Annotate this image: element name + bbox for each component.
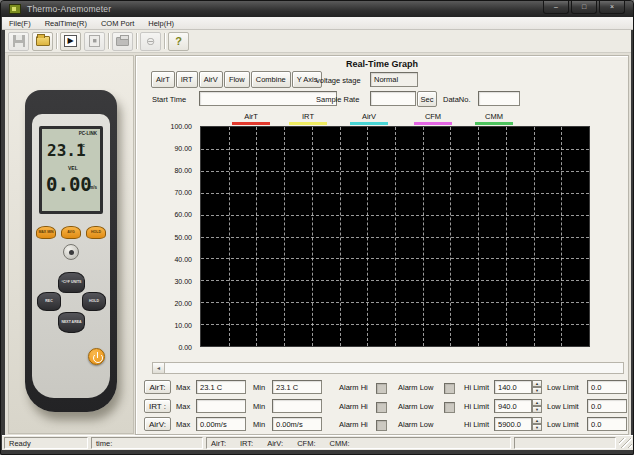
scroll-left-button[interactable]: ◄ [153,363,165,373]
close-button[interactable]: × [599,1,625,14]
legend-cfm: CFM [414,112,452,125]
graph-tab-row: AirT IRT AirV Flow Combine Y Axis [151,71,323,88]
print-button[interactable] [112,32,133,51]
airt-low-limit-field[interactable]: 0.0 [587,380,627,394]
irt-low-limit-field[interactable]: 0.0 [587,399,627,413]
data-no-label: DataNo. [443,95,471,104]
airv-min-field[interactable]: 0.00m/s [272,417,322,431]
airt-hi-limit-field[interactable]: 140.0 [494,380,532,394]
legend-irt: IRT [289,112,327,125]
device-backlight-key [63,244,79,260]
spin-up-icon[interactable]: ▲ [532,380,542,387]
toolbar-separator [56,33,57,49]
menu-realtime[interactable]: RealTime(R) [38,19,94,28]
tab-flow[interactable]: Flow [224,71,250,88]
resize-grip[interactable] [619,438,632,448]
menu-file[interactable]: File(F) [2,19,38,28]
y-tick: 100.00 [142,123,192,130]
status-fields: AirT: IRT: AirV: CFM: CMM: [206,437,511,449]
open-folder-icon [36,36,50,46]
device-function-keys: MAX MIN AVG HOLD [36,226,106,239]
alarm-hi-label: Alarm Hi [339,420,368,429]
device-face: PC-LINK 23.1 °c VEL 0.00 m/s MAX MIN AVG… [32,114,110,398]
status-ready: Ready [4,437,88,449]
sample-rate-input[interactable] [370,91,416,106]
status-airt: AirT: [211,439,226,448]
irt-min-field[interactable] [272,399,322,413]
status-filler [514,437,616,449]
sec-button[interactable]: Sec [417,91,437,107]
legend-airv: AirV [350,112,388,125]
y-tick: 80.00 [142,167,192,174]
graph-panel: Real-Time Graph AirT IRT AirV Flow Combi… [135,55,629,435]
zero-button[interactable]: ⊖ [140,32,161,51]
airv-alarm-hi-checkbox[interactable] [376,420,387,431]
maximize-button[interactable]: □ [571,1,597,14]
spin-down-icon[interactable]: ▼ [532,387,542,394]
irt-max-field[interactable] [196,399,246,413]
alarm-hi-label: Alarm Hi [339,383,368,392]
gridline-v [340,127,341,346]
airv-hi-limit-spinner[interactable]: ▲ ▼ [532,417,542,431]
spin-up-icon[interactable]: ▲ [532,399,542,406]
airt-min-field[interactable]: 23.1 C [272,380,322,394]
data-no-input[interactable] [478,91,520,106]
y-axis: 100.00 90.00 80.00 70.00 60.00 50.00 40.… [142,126,196,347]
min-label: Min [253,402,265,411]
tab-combine[interactable]: Combine [251,71,291,88]
irt-hi-limit-spinner[interactable]: ▲ ▼ [532,399,542,413]
realtime-plot [200,126,590,347]
tab-airv[interactable]: AirV [199,71,223,88]
toolbar-separator [164,33,165,49]
airt-alarm-hi-checkbox[interactable] [376,383,387,394]
alarm-low-label: Alarm Low [398,420,433,429]
readout-row-airt: AirT: Max 23.1 C Min 23.1 C Alarm Hi Ala… [136,380,628,396]
graph-h-scrollbar[interactable]: ◄ [152,362,624,374]
airv-max-field[interactable]: 0.00m/s [196,417,246,431]
airv-hi-limit-field[interactable]: 5900.0 [494,417,532,431]
airt-hi-limit-spinner[interactable]: ▲ ▼ [532,380,542,394]
gridline-v [478,127,479,346]
start-button[interactable]: ▶ [60,32,81,51]
save-button[interactable] [8,32,29,51]
irt-alarm-low-checkbox[interactable] [444,402,455,413]
device-hold2-key: HOLD [82,292,106,311]
save-icon [13,35,25,47]
gridline-v [395,127,396,346]
menu-help[interactable]: Help(H) [141,19,181,28]
gridline-v [423,127,424,346]
tab-irt[interactable]: IRT [176,71,198,88]
statusbar: Ready time: AirT: IRT: AirV: CFM: CMM: [2,435,634,450]
y-tick: 0.00 [142,344,192,351]
airt-row-button[interactable]: AirT: [144,380,171,394]
airt-alarm-low-checkbox[interactable] [444,383,455,394]
device-units-key: °C/°F UNITS [58,272,85,293]
stop-button[interactable]: ■ [84,32,105,51]
gridline-v [256,127,257,346]
open-button[interactable] [32,32,53,51]
airt-max-field[interactable]: 23.1 C [196,380,246,394]
alarm-low-label: Alarm Low [398,402,433,411]
circle-minus-icon: ⊖ [146,37,155,46]
gridline-v [229,127,230,346]
tab-airt[interactable]: AirT [151,71,175,88]
airv-row-button[interactable]: AirV: [144,417,171,431]
irt-row-button[interactable]: IRT : [144,399,171,413]
menu-com-port[interactable]: COM Port [94,19,141,28]
titlebar[interactable]: Thermo-Anemometer – □ × [1,1,633,17]
spin-down-icon[interactable]: ▼ [532,424,542,431]
legend-irt-color [289,122,327,125]
about-button[interactable]: ? [168,32,189,51]
device-rec-key: REC [37,292,61,311]
lcd-pc-link-label: PC-LINK [79,131,97,136]
irt-hi-limit-field[interactable]: 940.0 [494,399,532,413]
minimize-button[interactable]: – [543,1,569,14]
status-time: time: [91,437,203,449]
lcd-temperature-unit: °c [80,142,85,148]
legend-cmm-color [475,122,513,125]
spin-up-icon[interactable]: ▲ [532,417,542,424]
irt-alarm-hi-checkbox[interactable] [376,402,387,413]
spin-down-icon[interactable]: ▼ [532,406,542,413]
airv-low-limit-field[interactable]: 0.0 [587,417,627,431]
voltage-stage-value: Normal [370,72,418,87]
